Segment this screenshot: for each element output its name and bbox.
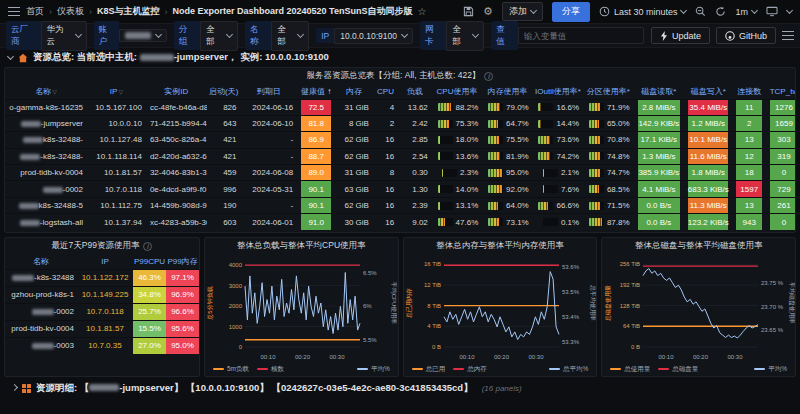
row-resource-overview-header[interactable]: 资源总览: 当前选中主机: -jumpserver， 实例: 10.0.0.10… — [0, 48, 800, 67]
table-row: prod-tidb-kv-000410.1.81.5715.5%95.6% — [5, 320, 199, 337]
breadcrumb-dashboard-title[interactable]: Node Exporter Dashboard 20240520 TenSunS… — [173, 5, 413, 18]
update-button[interactable]: Update — [651, 27, 710, 44]
svg-text:53.5%: 53.5% — [562, 289, 580, 295]
menu-icon[interactable] — [8, 7, 20, 16]
colored-cell: 0 — [766, 165, 796, 181]
time-range-label: Last 30 minutes — [614, 7, 678, 17]
column-header[interactable]: 磁盘写入* — [684, 84, 732, 99]
github-button[interactable]: GitHub — [716, 27, 776, 44]
refresh-interval-dropdown[interactable]: 1m — [735, 7, 757, 17]
share-button[interactable]: 分享 — [552, 2, 590, 22]
legend-item[interactable]: 总已用 — [412, 365, 446, 374]
toolbar-menu-icon[interactable] — [782, 31, 794, 40]
column-header[interactable]: 磁盘读取* — [634, 84, 684, 99]
gauge-cell: 2.3% — [432, 165, 482, 181]
zoom-out-icon[interactable] — [695, 6, 706, 17]
memory-chart[interactable]: 0 B4 TiB8 TiB12 TiB16 TiB53.3%53.4%53.5%… — [404, 254, 597, 362]
legend-item[interactable]: 总使用量 — [610, 365, 650, 374]
gauge-cell: 79.0% — [482, 99, 532, 115]
star-icon[interactable]: ☆ — [417, 6, 426, 17]
variable-label: 名称 — [245, 21, 271, 50]
legend-item[interactable]: 平均% — [754, 365, 787, 374]
gauge-cell: 73.6% — [533, 132, 583, 148]
breadcrumb-separator: › — [165, 7, 168, 17]
navbar-collapse-chevron[interactable] — [786, 7, 793, 14]
gauge-cell: 68.5% — [583, 181, 633, 197]
variable-group[interactable]: 分组 全部 — [174, 21, 238, 51]
table-cell: 31 GiB — [335, 99, 373, 115]
breadcrumb-home[interactable]: 首页 — [26, 5, 44, 18]
kiosk-monitor-icon[interactable] — [766, 6, 778, 17]
legend-swatch — [213, 368, 224, 371]
filter-icon[interactable]: ▽ — [52, 89, 57, 95]
variable-ip[interactable]: IP 10.0.0.10:9100 — [316, 28, 413, 44]
refresh-icon[interactable] — [715, 6, 726, 17]
column-header[interactable]: CPU使用率 — [432, 84, 482, 99]
column-header[interactable]: P99内存 — [166, 254, 199, 269]
column-header[interactable]: P99CPU — [133, 254, 166, 269]
colored-cell: 2.8 MiB/s — [634, 99, 684, 115]
filter-icon[interactable]: ▽ — [118, 89, 123, 95]
variable-account[interactable]: 账户 — [94, 21, 167, 50]
gauge-cell: 81.9% — [482, 148, 532, 164]
breadcrumb-folder[interactable]: K8S与主机监控 — [97, 5, 160, 18]
column-header[interactable]: 连接数 — [732, 84, 766, 99]
colored-cell: 0.0 B/s — [634, 197, 684, 213]
column-header[interactable]: 健康值 ↑ — [297, 84, 335, 99]
legend-item[interactable]: 5m负载 — [213, 365, 249, 374]
column-header[interactable]: 启动(天) — [207, 84, 241, 99]
table-cell: 2024-05-31 — [240, 181, 297, 197]
breadcrumb-dashboards[interactable]: 仪表板 — [57, 5, 84, 18]
p99-table: 名称IPP99CPUP99内存 -k8s-3248810.1.122.17246… — [5, 254, 199, 354]
panel-title[interactable]: 服务器资源总览表【分组: All, 主机总数: 422】 — [5, 68, 795, 84]
table-cell: - — [240, 197, 297, 213]
panel-title-text: 服务器资源总览表【分组: All, 主机总数: 422】 — [307, 70, 481, 82]
colored-cell: 27.0% — [133, 337, 166, 354]
time-range-picker[interactable]: Last 30 minutes — [599, 6, 687, 17]
column-header[interactable]: 内存使用率 — [482, 84, 532, 99]
column-header[interactable]: CPU — [373, 84, 398, 99]
add-panel-button[interactable]: 添加 — [502, 2, 543, 21]
svg-text:256 TiB: 256 TiB — [619, 261, 639, 267]
column-header[interactable]: IP — [77, 254, 133, 269]
legend-item[interactable]: 总平均% — [549, 365, 588, 374]
info-icon[interactable] — [143, 242, 152, 251]
section-title: 资源总览: 当前选中主机: -jumpserver， 实例: 10.0.0.10… — [33, 51, 329, 64]
legend-item[interactable]: 平均% — [357, 365, 390, 374]
table-cell: 10.1.81.57 — [77, 320, 133, 337]
column-header[interactable]: IP▽ — [87, 84, 146, 99]
column-header[interactable]: 内存 — [335, 84, 373, 99]
table-cell: 10.7.0.118 — [87, 181, 146, 197]
panel-title-text[interactable]: 整体总负载与整体平均CPU使用率 — [237, 240, 365, 252]
details-title: 资源明细: 【-jumpserver】 【10.0.0.10:9100】 【02… — [36, 382, 473, 395]
panel-title-text[interactable]: 整体总磁盘与整体平均磁盘使用率 — [635, 240, 763, 252]
table-header-row: 名称▽IP▽实例ID启动(天)到期日健康值 ↑内存CPU负载CPU使用率内存使用… — [5, 84, 796, 99]
row-resource-details-header[interactable]: 资源明细: 【-jumpserver】 【10.0.0.10:9100】 【02… — [4, 378, 796, 398]
column-header[interactable]: 到期日 — [240, 84, 297, 99]
column-header[interactable]: TCP_tw — [766, 84, 796, 99]
variable-nic[interactable]: 网卡 全部 — [420, 21, 484, 51]
gauge-cell: 71.9% — [583, 99, 633, 115]
info-icon[interactable] — [484, 72, 493, 81]
panel-title[interactable]: 最近7天P99资源使用率 — [5, 238, 199, 254]
variable-name[interactable]: 名称 全部 — [245, 21, 309, 51]
settings-gear-icon[interactable]: ⚙ — [483, 5, 493, 18]
search-input[interactable] — [518, 27, 644, 44]
svg-text:00:10: 00:10 — [459, 354, 475, 360]
column-header[interactable]: 名称▽ — [5, 84, 87, 99]
gauge-cell: 70.8% — [583, 132, 633, 148]
disk-chart[interactable]: 0 B64 TiB128 TiB192 TiB256 TiB23.65 %23.… — [602, 254, 795, 362]
column-header[interactable]: 负载 — [398, 84, 432, 99]
legend-item[interactable]: 总内存 — [453, 365, 487, 374]
panel-title-text[interactable]: 整体总内存与整体平均内存使用率 — [436, 240, 564, 252]
legend-item[interactable]: 总磁盘量 — [658, 365, 698, 374]
legend-swatch — [754, 368, 765, 371]
save-icon[interactable] — [463, 6, 474, 17]
load-cpu-chart[interactable]: 010002000300040005.5%6%6.5%00:1000:2000:… — [205, 254, 398, 362]
column-header[interactable]: 实例ID — [146, 84, 207, 99]
column-header[interactable]: 名称 — [5, 254, 77, 269]
column-header[interactable]: 分区使用率* — [583, 84, 633, 99]
legend-item[interactable]: 核数 — [257, 365, 284, 374]
variable-cloud-vendor[interactable]: 云厂商 华为云 — [6, 21, 87, 51]
column-header[interactable]: IOutil使用率* — [533, 84, 583, 99]
